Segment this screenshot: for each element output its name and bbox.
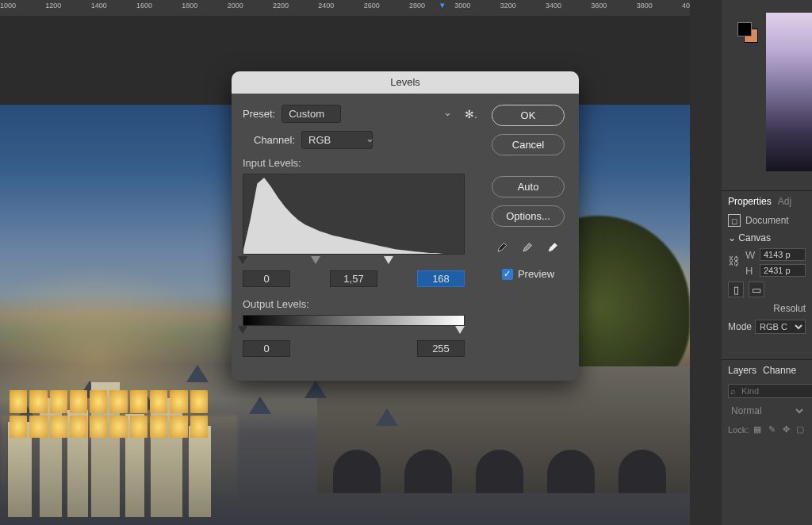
white-point-eyedropper-icon[interactable] [545,238,562,255]
tab-properties[interactable]: Properties [728,196,772,207]
preset-menu-icon[interactable]: ✻. [465,108,477,121]
color-spectrum-picker[interactable] [766,13,812,171]
horizontal-ruler[interactable]: 1000120014001600180020002200240026002800… [0,0,690,16]
canvas-section-header[interactable]: Canvas [738,232,771,243]
ruler-tick: 3000 [454,2,470,10]
orientation-landscape-button[interactable]: ▭ [749,282,764,297]
options-button[interactable]: Options... [492,205,565,227]
properties-kind-label: Document [745,215,789,226]
foreground-color-swatch[interactable] [737,22,752,36]
ok-button[interactable]: OK [492,105,565,126]
blend-mode-select[interactable]: Normal [728,404,806,417]
gray-point-eyedropper-icon[interactable] [519,238,537,255]
ruler-tick: 2000 [228,2,243,10]
input-black-handle[interactable] [238,256,247,264]
ruler-tick: 1800 [182,2,197,10]
output-white-field[interactable] [417,340,465,357]
input-levels-label: Input Levels: [243,157,477,169]
collapsed-panel-dock[interactable] [690,0,722,525]
canvas-height-field[interactable]: 2431 p [760,264,806,277]
ruler-tick: 2600 [364,2,380,10]
input-histogram [243,174,465,255]
preset-select[interactable]: Custom [282,105,341,123]
channel-select[interactable]: RGB [301,131,373,149]
ruler-tick: 3600 [591,2,607,10]
search-icon: ⌕ [730,386,736,396]
lock-pixels-icon[interactable]: ✎ [766,423,777,435]
input-gamma-handle[interactable] [311,256,320,264]
width-label: W [745,249,755,261]
right-panel-stack: Properties Adj ◻ Document ⌄ Canvas ⛓ W41… [722,0,812,525]
orientation-portrait-button[interactable]: ▯ [728,282,744,297]
preset-label: Preset: [243,108,275,120]
output-black-field[interactable] [243,340,290,357]
ruler-tick: 1400 [91,2,107,10]
output-slider-track[interactable] [243,326,465,337]
lock-position-icon[interactable]: ✥ [780,423,791,435]
ruler-tick: 1600 [136,2,152,10]
height-label: H [745,265,755,277]
preview-label: Preview [518,268,554,280]
lock-artboard-icon[interactable]: ▢ [795,423,806,435]
layer-filter-input[interactable] [728,384,812,398]
resolution-label: Resolut [773,303,806,314]
ruler-tick: 3400 [546,2,561,10]
ruler-tick: 2400 [318,2,334,10]
input-white-handle[interactable] [384,256,393,264]
ruler-tick: 1200 [45,2,61,10]
output-white-handle[interactable] [455,326,465,334]
input-gamma-field[interactable] [330,270,377,287]
ruler-tick: 3200 [500,2,516,10]
foreground-background-swatch[interactable] [737,22,760,44]
input-slider-track[interactable] [243,256,465,267]
preview-checkbox[interactable]: ✓ [502,269,513,280]
black-point-eyedropper-icon[interactable] [494,238,511,255]
link-dimensions-icon[interactable]: ⛓ [722,247,739,278]
channel-label: Channel: [254,134,295,146]
ruler-tick: 2200 [273,2,289,10]
tab-layers[interactable]: Layers [728,365,756,376]
input-white-field[interactable] [417,270,465,287]
ruler-tick: 4000 [682,2,690,10]
input-black-field[interactable] [243,270,290,287]
tab-adjustments[interactable]: Adj [778,196,791,207]
lock-transparency-icon[interactable]: ▦ [752,423,763,435]
auto-button[interactable]: Auto [492,176,565,197]
output-black-handle[interactable] [238,326,247,334]
color-mode-select[interactable]: RGB C [755,320,806,334]
lock-label: Lock: [728,425,749,435]
ruler-tick: 3800 [637,2,653,10]
output-levels-label: Output Levels: [243,298,477,310]
tab-channels[interactable]: Channe [763,365,796,376]
levels-dialog: Levels Preset: Custom ✻. Channel: RGB In… [232,71,579,381]
document-icon: ◻ [728,214,741,227]
ruler-tick: 2800 [409,2,425,10]
canvas-width-field[interactable]: 4143 p [760,248,806,261]
dialog-title[interactable]: Levels [232,71,579,94]
playhead-icon[interactable]: ▾ [440,0,445,10]
ruler-tick: 1000 [0,2,16,10]
mode-label: Mode [728,321,752,332]
cancel-button[interactable]: Cancel [492,134,565,155]
output-gradient [243,315,465,326]
